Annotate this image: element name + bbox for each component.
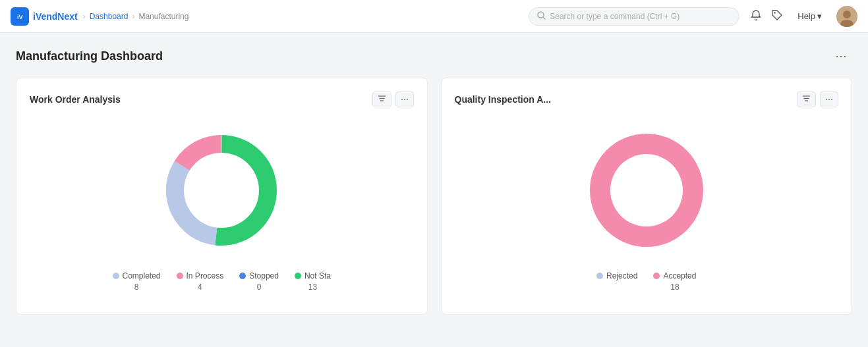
notification-icon[interactable] xyxy=(750,9,762,24)
search-icon xyxy=(537,11,546,22)
brand-name: iVendNext xyxy=(33,11,78,22)
work-order-chart-area: Completed 8 In Process 4 xyxy=(30,118,414,292)
svg-point-20 xyxy=(610,154,683,227)
brand-logo-area[interactable]: iV iVendNext xyxy=(11,7,78,26)
svg-point-4 xyxy=(774,12,776,13)
stopped-label: Stopped xyxy=(249,271,279,280)
help-chevron-icon: ▾ xyxy=(817,11,822,21)
quality-inspection-legend: Rejected Accepted 18 xyxy=(596,271,696,292)
quality-inspection-donut-chart xyxy=(581,124,712,258)
svg-point-2 xyxy=(538,12,544,18)
page-content: Manufacturing Dashboard ⋯ Work Order Ana… xyxy=(0,33,868,328)
work-order-filter-button[interactable] xyxy=(372,92,391,107)
rejected-dot xyxy=(596,273,603,279)
quality-inspection-card-actions: ⋯ xyxy=(797,92,838,107)
page-title: Manufacturing Dashboard xyxy=(16,49,163,63)
work-order-card: Work Order Analysis ⋯ xyxy=(16,78,428,315)
work-order-legend: Completed 8 In Process 4 xyxy=(113,271,331,292)
in-process-value: 4 xyxy=(198,282,202,292)
completed-dot xyxy=(113,273,119,279)
page-header: Manufacturing Dashboard ⋯ xyxy=(16,46,852,66)
quality-inspection-filter-button[interactable] xyxy=(797,92,816,107)
in-process-dot xyxy=(177,273,183,279)
legend-not-started: Not Sta 13 xyxy=(295,271,331,292)
work-order-menu-button[interactable]: ⋯ xyxy=(395,92,414,107)
quality-inspection-card-title: Quality Inspection A... xyxy=(455,94,552,105)
work-order-card-actions: ⋯ xyxy=(372,92,414,107)
dashboard-grid: Work Order Analysis ⋯ xyxy=(16,78,852,315)
breadcrumb: › Dashboard › Manufacturing xyxy=(83,12,189,21)
work-order-donut-chart xyxy=(156,124,287,258)
accepted-label: Accepted xyxy=(663,271,696,280)
completed-label: Completed xyxy=(123,271,161,280)
legend-rejected: Rejected xyxy=(596,271,637,292)
quality-inspection-card: Quality Inspection A... ⋯ xyxy=(441,78,853,315)
nav-actions: Help ▾ xyxy=(750,6,857,27)
accepted-value: 18 xyxy=(670,282,679,292)
quality-inspection-chart-area: Rejected Accepted 18 xyxy=(455,118,839,292)
svg-point-6 xyxy=(843,11,851,18)
completed-value: 8 xyxy=(134,282,139,292)
quality-inspection-card-header: Quality Inspection A... ⋯ xyxy=(455,92,839,107)
legend-completed: Completed 8 xyxy=(113,271,161,292)
help-label: Help xyxy=(797,11,815,21)
user-avatar[interactable] xyxy=(836,6,857,27)
qi-filter-icon xyxy=(802,95,811,104)
filter-icon xyxy=(378,95,386,104)
rejected-label: Rejected xyxy=(606,271,637,280)
tag-icon[interactable] xyxy=(771,9,783,24)
work-order-card-header: Work Order Analysis ⋯ xyxy=(30,92,414,107)
accepted-dot xyxy=(653,273,660,279)
svg-text:iV: iV xyxy=(17,14,23,20)
not-started-dot xyxy=(295,273,301,279)
brand-logo-icon: iV xyxy=(11,7,29,26)
breadcrumb-current: Manufacturing xyxy=(138,12,188,21)
help-button[interactable]: Help ▾ xyxy=(792,9,827,24)
breadcrumb-dashboard[interactable]: Dashboard xyxy=(90,12,129,21)
in-process-label: In Process xyxy=(187,271,224,280)
search-placeholder: Search or type a command (Ctrl + G) xyxy=(550,12,680,21)
search-bar[interactable]: Search or type a command (Ctrl + G) xyxy=(529,7,739,26)
breadcrumb-sep-2: › xyxy=(132,12,134,21)
stopped-value: 0 xyxy=(257,282,262,292)
legend-stopped: Stopped 0 xyxy=(239,271,279,292)
svg-line-3 xyxy=(543,17,546,20)
not-started-label: Not Sta xyxy=(304,271,331,280)
quality-inspection-menu-button[interactable]: ⋯ xyxy=(820,92,838,107)
top-navigation: iV iVendNext › Dashboard › Manufacturing… xyxy=(0,0,868,33)
breadcrumb-sep-1: › xyxy=(83,12,86,21)
stopped-dot xyxy=(239,273,246,279)
legend-in-process: In Process 4 xyxy=(177,271,224,292)
legend-accepted: Accepted 18 xyxy=(653,271,696,292)
svg-point-15 xyxy=(184,153,259,228)
page-menu-button[interactable]: ⋯ xyxy=(830,46,852,66)
work-order-card-title: Work Order Analysis xyxy=(30,94,121,105)
not-started-value: 13 xyxy=(308,282,317,292)
